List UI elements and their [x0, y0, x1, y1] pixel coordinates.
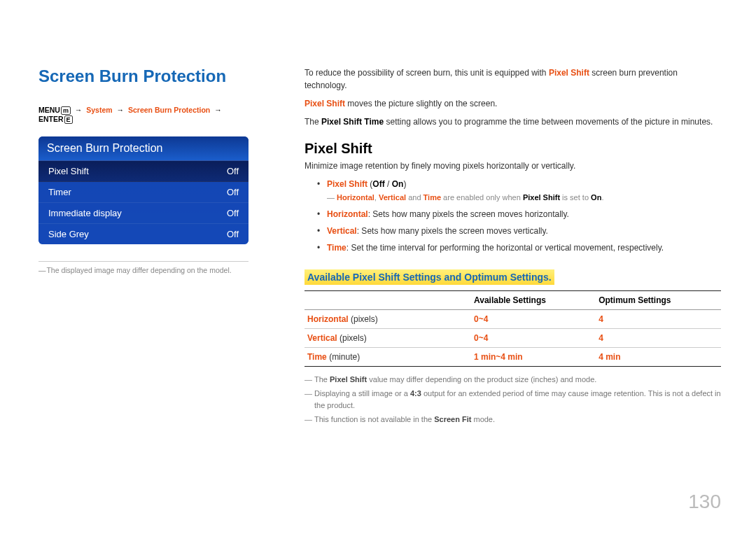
- table-header-optimum: Optimum Settings: [596, 290, 721, 309]
- osd-row-label: Immediate display: [48, 208, 122, 218]
- intro-line: To reduce the possibility of screen burn…: [304, 68, 549, 78]
- osd-row-value: Off: [227, 187, 239, 197]
- intro-text: To reduce the possibility of screen burn…: [304, 66, 721, 128]
- term-pixel-shift: Pixel Shift: [549, 68, 589, 78]
- row-optimum: 4 min: [596, 347, 721, 366]
- text: ): [403, 179, 406, 189]
- text: This function is not available in the: [314, 415, 434, 423]
- option-off: Off: [372, 179, 384, 189]
- menu-icon: m: [61, 106, 71, 115]
- bullet-text: : Sets how many pixels the screen moves …: [357, 226, 548, 236]
- bullet-pixel-shift: Pixel Shift (Off / On) Horizontal, Verti…: [317, 178, 721, 204]
- term-pixel-shift-time: Pixel Shift Time: [321, 117, 384, 127]
- term: Vertical: [379, 193, 406, 202]
- osd-row-pixel-shift[interactable]: Pixel Shift Off: [38, 161, 248, 182]
- table-row: Horizontal (pixels) 0~4 4: [304, 309, 721, 328]
- term: 4:3: [410, 389, 421, 398]
- row-name: Time: [307, 352, 327, 362]
- text: are enabled only when: [441, 193, 523, 202]
- footnotes: The Pixel Shift value may differ dependi…: [304, 374, 721, 426]
- osd-row-value: Off: [227, 229, 239, 239]
- osd-panel: Screen Burn Protection Pixel Shift Off T…: [38, 136, 248, 244]
- breadcrumb-menu: MENU: [38, 106, 60, 114]
- bullet-list: Pixel Shift (Off / On) Horizontal, Verti…: [317, 178, 721, 254]
- table-header-available: Available Settings: [471, 290, 596, 309]
- option-on: On: [392, 179, 404, 189]
- term: On: [591, 193, 601, 202]
- section-desc: Minimize image retention by finely movin…: [304, 161, 721, 171]
- term: Pixel Shift: [330, 375, 367, 384]
- osd-row-timer[interactable]: Timer Off: [38, 182, 248, 203]
- row-optimum: 4: [596, 309, 721, 328]
- osd-row-value: Off: [227, 208, 239, 218]
- footnote: The Pixel Shift value may differ dependi…: [304, 374, 721, 386]
- text: and: [406, 193, 423, 202]
- term-pixel-shift: Pixel Shift: [304, 99, 345, 108]
- footnote: Displaying a still image or a 4:3 output…: [304, 388, 721, 411]
- intro-line: setting allows you to programme the time…: [384, 117, 713, 127]
- table-title: Available Pixel Shift Settings and Optim…: [304, 269, 554, 285]
- osd-header: Screen Burn Protection: [38, 136, 248, 161]
- breadcrumb-enter: ENTER: [38, 115, 64, 123]
- bullet-time: Time: Set the time interval for performi…: [317, 241, 721, 254]
- intro-line: The: [304, 117, 321, 127]
- row-optimum: 4: [596, 328, 721, 347]
- term: Horizontal: [337, 193, 374, 202]
- osd-row-value: Off: [227, 166, 239, 176]
- osd-row-label: Side Grey: [48, 229, 89, 239]
- osd-row-side-grey[interactable]: Side Grey Off: [38, 224, 248, 244]
- osd-row-label: Pixel Shift: [48, 166, 89, 176]
- breadcrumb: MENUm → System → Screen Burn Protection …: [38, 106, 248, 124]
- bullet-horizontal: Horizontal: Sets how many pixels the scr…: [317, 208, 721, 220]
- bullet-label: Pixel Shift: [327, 179, 368, 189]
- table-row: Vertical (pixels) 0~4 4: [304, 328, 721, 347]
- table-row: Time (minute) 1 min~4 min 4 min: [304, 347, 721, 366]
- settings-table: Available Settings Optimum Settings Hori…: [304, 290, 721, 367]
- bullet-vertical: Vertical: Sets how many pixels the scree…: [317, 225, 721, 237]
- row-name: Horizontal: [307, 314, 349, 324]
- text: value may differ depending on the produc…: [367, 375, 596, 384]
- text: mode.: [471, 415, 495, 423]
- intro-line: moves the picture slightly on the screen…: [345, 99, 497, 108]
- bullet-text: : Set the time interval for performing t…: [346, 243, 664, 253]
- text: /: [385, 179, 392, 189]
- image-note: The displayed image may differ depending…: [38, 266, 248, 274]
- row-unit: (pixels): [337, 333, 367, 343]
- breadcrumb-system: System: [86, 106, 112, 114]
- section-title: Pixel Shift: [304, 141, 721, 157]
- table-header-blank: [304, 290, 471, 309]
- row-available: 0~4: [471, 328, 596, 347]
- row-available: 1 min~4 min: [471, 347, 596, 366]
- footnote: This function is not available in the Sc…: [304, 414, 721, 426]
- text: .: [601, 193, 603, 202]
- row-available: 0~4: [471, 309, 596, 328]
- osd-row-label: Timer: [48, 187, 71, 197]
- arrow-icon: →: [75, 106, 83, 114]
- row-name: Vertical: [307, 333, 337, 343]
- arrow-icon: →: [214, 106, 222, 114]
- term: Time: [424, 193, 441, 202]
- enter-icon: E: [64, 115, 73, 124]
- bullet-label: Horizontal: [327, 209, 368, 219]
- bullet-label: Time: [327, 243, 346, 253]
- osd-row-immediate-display[interactable]: Immediate display Off: [38, 203, 248, 224]
- text: Displaying a still image or a: [314, 389, 410, 398]
- breadcrumb-sbp: Screen Burn Protection: [128, 106, 210, 114]
- arrow-icon: →: [117, 106, 125, 114]
- text: is set to: [560, 193, 591, 202]
- divider: [38, 261, 248, 262]
- sub-note: Horizontal, Vertical and Time are enable…: [327, 192, 721, 204]
- page-number: 130: [688, 491, 721, 513]
- term: Screen Fit: [434, 415, 471, 423]
- term: Pixel Shift: [523, 193, 560, 202]
- bullet-text: : Sets how many pixels the screen moves …: [368, 209, 569, 219]
- page-title: Screen Burn Protection: [38, 66, 248, 86]
- row-unit: (minute): [327, 352, 360, 362]
- text: The: [314, 375, 330, 384]
- row-unit: (pixels): [349, 314, 378, 324]
- bullet-label: Vertical: [327, 226, 357, 236]
